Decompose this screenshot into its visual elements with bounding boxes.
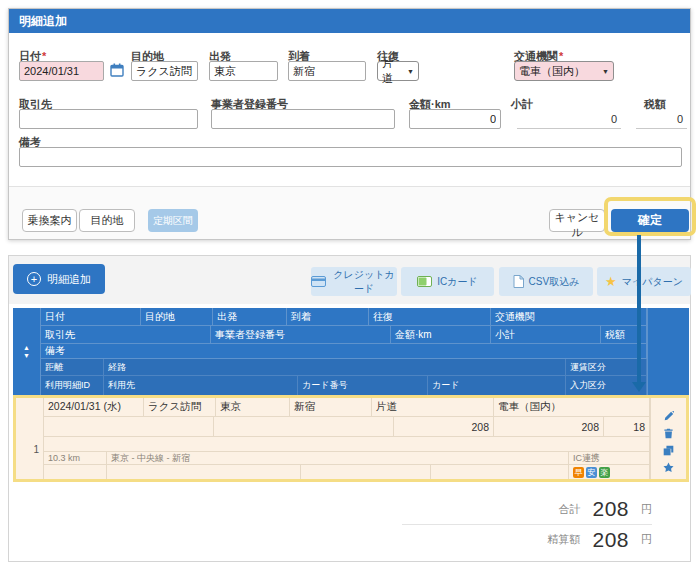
cell-trip-type: 片道: [372, 398, 494, 417]
header-card: カード: [428, 376, 566, 395]
row-main: 2024/01/31 (水) ラクス訪問 東京 新宿 片道 電車（国内） 208…: [44, 398, 650, 479]
settlement-currency: 円: [641, 532, 652, 547]
confirm-button[interactable]: 確定: [611, 209, 689, 232]
my-pattern-button[interactable]: ★ マイパターン: [597, 267, 691, 296]
csv-import-label: CSV取込み: [529, 275, 580, 289]
header-trip-type: 往復: [369, 308, 491, 326]
header-arrival: 到着: [287, 308, 369, 326]
my-pattern-label: マイパターン: [622, 275, 683, 289]
header-departure: 出発: [213, 308, 287, 326]
header-date: 日付: [41, 308, 141, 326]
total-value: 208: [592, 497, 629, 521]
trip-type-value: 片道: [382, 56, 403, 86]
badge-fast: 早: [573, 467, 584, 478]
calendar-icon: [110, 63, 124, 80]
cell-tax: 18: [604, 417, 650, 437]
header-amount-km: 金額·km: [391, 326, 491, 344]
header-transport: 交通機関: [491, 308, 647, 326]
add-detail-modal: 明細追加 日付* 目的地 出発 到着 往復 片道▼ 交通機関* 電車（国内）▼ …: [8, 8, 691, 240]
table-header: ▲ ▼ 日付 目的地 出発 到着 往復 交通機関 取引先 事業者登録番号: [13, 308, 689, 395]
header-subtotal: 小計: [491, 326, 601, 344]
csv-import-button[interactable]: CSV取込み: [499, 267, 593, 296]
cell-transport: 電車（国内）: [494, 398, 650, 417]
row-number-cell: 1: [16, 398, 44, 479]
destination-button[interactable]: 目的地: [79, 209, 135, 232]
cell-subtotal: 208: [494, 417, 604, 437]
header-tax: 税額: [601, 326, 647, 344]
cell-arrival: 新宿: [290, 398, 372, 417]
favorite-star-icon[interactable]: [663, 462, 674, 473]
row-number: 1: [33, 444, 39, 455]
total-label: 合計: [558, 502, 580, 517]
header-client: 取引先: [41, 326, 211, 344]
header-business-reg: 事業者登録番号: [211, 326, 391, 344]
cell-business-reg: [214, 417, 394, 437]
list-toolbar: + 明細追加 クレジットカード ICカード CSV取込み ★ マイパターン: [9, 256, 690, 304]
transport-value: 電車（国内）: [519, 64, 585, 79]
business-reg-input[interactable]: [211, 109, 395, 129]
plus-icon: +: [27, 272, 41, 286]
modal-title: 明細追加: [9, 9, 690, 33]
calendar-button[interactable]: [107, 61, 127, 81]
arrival-input[interactable]: [288, 61, 366, 81]
csv-file-icon: [513, 275, 524, 288]
badge-cheap: 安: [586, 467, 597, 478]
expense-list-panel: + 明細追加 クレジットカード ICカード CSV取込み ★ マイパターン: [8, 255, 691, 562]
sort-column: ▲ ▼: [13, 308, 41, 395]
settlement-row: 精算額 208 円: [402, 524, 652, 554]
header-remarks: 備考: [41, 344, 647, 359]
destination-input[interactable]: [131, 61, 198, 81]
transfer-guide-button[interactable]: 乗換案内: [22, 209, 77, 232]
total-row: 合計 208 円: [402, 494, 652, 524]
cell-amount-km: 208: [394, 417, 494, 437]
sort-up-icon[interactable]: ▲: [23, 344, 30, 351]
date-input[interactable]: [19, 61, 104, 81]
header-distance: 距離: [41, 359, 104, 376]
ic-card-icon: [417, 276, 432, 287]
sort-down-icon[interactable]: ▼: [23, 352, 30, 359]
header-route: 経路: [104, 359, 566, 376]
cell-route: 東京 - 中央線 - 新宿: [107, 452, 569, 465]
cell-remarks: [44, 437, 650, 452]
credit-card-label: クレジットカード: [331, 268, 397, 296]
table-row[interactable]: 1 2024/01/31 (水) ラクス訪問 東京 新宿 片道 電車（国内）: [13, 395, 689, 482]
total-currency: 円: [641, 502, 652, 517]
route-badges: 早 安 楽: [573, 467, 610, 478]
ic-card-label: ICカード: [437, 275, 477, 289]
copy-icon[interactable]: [663, 445, 674, 456]
ic-card-button[interactable]: ICカード: [401, 267, 494, 296]
cell-route-badges: 早 安 楽: [569, 465, 650, 479]
add-detail-button[interactable]: + 明細追加: [13, 264, 105, 294]
cell-usage-place: [107, 465, 301, 479]
add-detail-label: 明細追加: [47, 272, 91, 287]
expense-table: ▲ ▼ 日付 目的地 出発 到着 往復 交通機関 取引先 事業者登録番号: [13, 308, 689, 482]
credit-card-button[interactable]: クレジットカード: [311, 267, 397, 296]
remarks-input[interactable]: [19, 147, 682, 167]
transport-select[interactable]: 電車（国内）▼: [514, 61, 614, 81]
expense-entry-page: 明細追加 日付* 目的地 出発 到着 往復 片道▼ 交通機関* 電車（国内）▼ …: [0, 0, 699, 564]
commuter-section-button[interactable]: 定期区間: [148, 209, 198, 232]
cell-distance: 10.3 km: [44, 452, 107, 465]
cell-input-type: IC連携: [569, 452, 650, 465]
cell-card: [431, 465, 569, 479]
edit-icon[interactable]: [663, 411, 674, 422]
credit-card-icon: [311, 276, 326, 287]
amount-km-input[interactable]: [409, 109, 501, 129]
cell-usage-detail-id: [44, 465, 107, 479]
trash-icon[interactable]: [663, 428, 674, 439]
header-destination: 目的地: [141, 308, 213, 326]
cell-client: [44, 417, 214, 437]
header-input-type: 入力区分: [566, 376, 647, 395]
trip-type-select[interactable]: 片道▼: [377, 61, 419, 81]
departure-input[interactable]: [209, 61, 278, 81]
cancel-button[interactable]: キャンセル: [549, 209, 605, 232]
totals-section: 合計 208 円 精算額 208 円: [402, 494, 652, 554]
modal-footer: 乗換案内 目的地 定期区間 キャンセル 確定: [9, 187, 690, 239]
cell-date: 2024/01/31 (水): [44, 398, 144, 417]
badge-easy: 楽: [599, 467, 610, 478]
client-input[interactable]: [19, 109, 198, 129]
subtotal-readonly: 0: [517, 109, 621, 129]
star-icon: ★: [605, 275, 617, 288]
settlement-label: 精算額: [547, 532, 580, 547]
cell-departure: 東京: [216, 398, 290, 417]
